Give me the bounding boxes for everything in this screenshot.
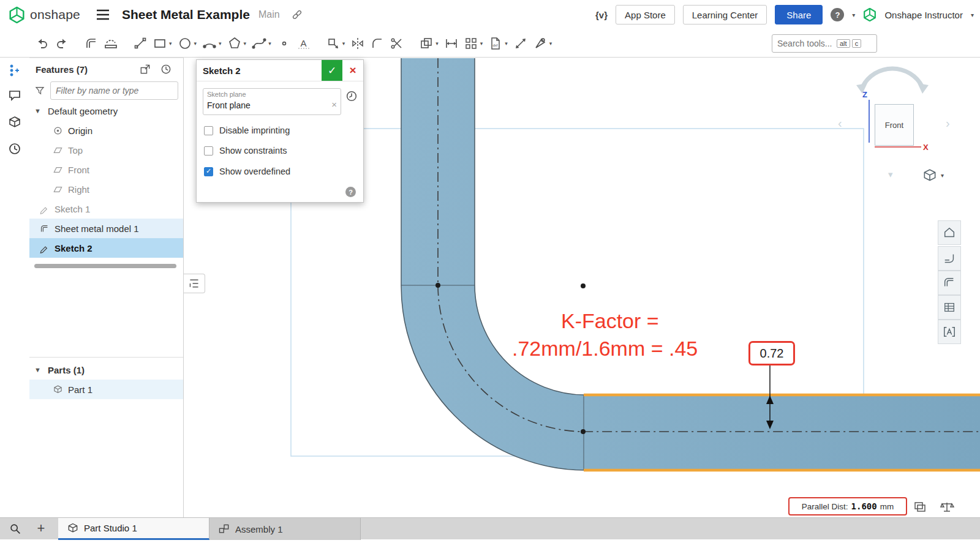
sheet-metal-annotation-icon[interactable] bbox=[938, 320, 961, 344]
new-tab-button[interactable]: + bbox=[32, 519, 50, 538]
balance-icon[interactable] bbox=[940, 500, 954, 514]
tree-group-default-geometry[interactable]: ▼ Default geometry bbox=[29, 101, 183, 121]
featurescript-icon[interactable]: {v} bbox=[595, 10, 608, 20]
account-caret-icon[interactable]: ▾ bbox=[971, 12, 974, 18]
undo-icon[interactable] bbox=[34, 36, 50, 51]
dimension-value-box[interactable]: 0.72 bbox=[748, 341, 795, 365]
arc-tool-icon[interactable] bbox=[202, 36, 217, 51]
share-link-icon[interactable] bbox=[291, 9, 303, 21]
tree-item-sketch-2[interactable]: Sketch 2 bbox=[29, 238, 183, 258]
transform-copy-icon[interactable] bbox=[418, 36, 434, 51]
dialog-cancel-button[interactable]: × bbox=[342, 60, 363, 81]
workspace-name[interactable]: Main bbox=[258, 9, 280, 20]
viewcube-front-face[interactable]: Front bbox=[875, 104, 914, 146]
share-button[interactable]: Share bbox=[775, 5, 823, 24]
tab-part-studio-1[interactable]: Part Studio 1 bbox=[58, 518, 209, 540]
redo-icon[interactable] bbox=[54, 36, 70, 51]
tree-item-sheet-metal-model-1[interactable]: Sheet metal model 1 bbox=[29, 219, 183, 238]
view-options-cube-icon[interactable] bbox=[922, 168, 938, 184]
learning-center-button[interactable]: Learning Center bbox=[683, 5, 767, 24]
insert-feature-icon[interactable] bbox=[139, 63, 151, 75]
text-tool-icon[interactable]: A bbox=[296, 36, 312, 51]
transform-caret-icon[interactable]: ▾ bbox=[435, 40, 439, 47]
app-store-button[interactable]: App Store bbox=[616, 5, 675, 24]
tree-item-top-plane[interactable]: Top bbox=[29, 140, 183, 160]
checkbox-disable-imprinting[interactable]: Disable imprinting bbox=[204, 124, 290, 137]
flatten-icon[interactable] bbox=[103, 36, 119, 51]
point-tool-icon[interactable] bbox=[276, 36, 292, 51]
circle-tool-icon[interactable] bbox=[177, 36, 193, 51]
pattern-caret-icon[interactable]: ▾ bbox=[480, 40, 483, 47]
dialog-rollback-icon[interactable] bbox=[345, 89, 358, 103]
polygon-tool-icon[interactable] bbox=[227, 36, 243, 51]
spline-tool-caret-icon[interactable]: ▾ bbox=[268, 40, 271, 47]
chevron-down-icon[interactable]: ▼ bbox=[34, 107, 43, 114]
comments-icon[interactable] bbox=[7, 88, 22, 103]
tree-group-parts[interactable]: ▼ Parts (1) bbox=[29, 360, 183, 380]
viewcube-rotate-down-icon[interactable]: ▾ bbox=[888, 169, 893, 180]
sketch-point[interactable] bbox=[581, 429, 586, 434]
filter-input[interactable] bbox=[50, 81, 178, 100]
checkbox-show-overdefined[interactable]: Show overdefined bbox=[204, 165, 290, 178]
hamburger-menu-icon[interactable] bbox=[96, 9, 110, 20]
horizontal-scrollbar[interactable] bbox=[34, 264, 176, 268]
checkbox-checked[interactable] bbox=[204, 167, 213, 176]
sketch-plane-field[interactable]: Sketch plane Front plane × bbox=[203, 88, 341, 115]
sheet-metal-model-icon[interactable] bbox=[83, 36, 99, 51]
circle-tool-caret-icon[interactable]: ▾ bbox=[194, 40, 197, 47]
spline-tool-icon[interactable] bbox=[251, 36, 267, 51]
checkbox-unchecked[interactable] bbox=[204, 126, 213, 135]
trim-tool-icon[interactable] bbox=[389, 36, 405, 51]
checkbox-unchecked[interactable] bbox=[204, 146, 213, 156]
use-project-tool-icon[interactable] bbox=[325, 36, 341, 51]
follow-mode-icon[interactable] bbox=[7, 63, 22, 78]
rectangle-tool-icon[interactable] bbox=[152, 36, 168, 51]
search-tools-input[interactable] bbox=[776, 38, 835, 49]
onshape-logo-icon[interactable] bbox=[9, 7, 25, 23]
rectangle-tool-caret-icon[interactable]: ▾ bbox=[169, 40, 172, 47]
measure-tool-icon[interactable] bbox=[513, 36, 529, 51]
chevron-down-icon[interactable]: ▼ bbox=[34, 366, 43, 373]
account-name[interactable]: Onshape Instructor bbox=[884, 10, 963, 20]
sheet-metal-flat-view-icon[interactable] bbox=[938, 246, 961, 271]
use-project-caret-icon[interactable]: ▾ bbox=[342, 40, 345, 47]
sheet-metal-table-icon[interactable] bbox=[938, 295, 961, 320]
tree-item-part-1[interactable]: Part 1 bbox=[29, 380, 183, 399]
onshape-logo-text[interactable]: onshape bbox=[30, 7, 80, 22]
history-icon[interactable] bbox=[7, 141, 22, 156]
dxf-caret-icon[interactable]: ▾ bbox=[505, 40, 508, 47]
help-icon[interactable]: ? bbox=[831, 8, 844, 21]
rollback-history-icon[interactable] bbox=[160, 63, 172, 75]
help-caret-icon[interactable]: ▾ bbox=[852, 12, 855, 18]
clear-selection-icon[interactable]: × bbox=[331, 99, 337, 110]
bend-center-point[interactable] bbox=[581, 283, 586, 288]
viewcube-rotate-left-icon[interactable]: ‹ bbox=[838, 116, 842, 130]
fillet-tool-icon[interactable] bbox=[369, 36, 385, 51]
viewcube-rotate-right-icon[interactable]: › bbox=[946, 116, 950, 130]
tree-item-front-plane[interactable]: Front bbox=[29, 160, 183, 179]
search-tabs-icon[interactable] bbox=[9, 522, 22, 536]
dialog-help-icon[interactable]: ? bbox=[345, 187, 356, 197]
tree-item-sketch-1[interactable]: Sketch 1 bbox=[29, 199, 183, 219]
tree-item-right-plane[interactable]: Right bbox=[29, 179, 183, 199]
search-tools-box[interactable]: alt c bbox=[772, 34, 877, 53]
appearance-panel-icon[interactable] bbox=[938, 220, 961, 245]
mirror-tool-icon[interactable] bbox=[350, 36, 366, 51]
checkbox-show-constraints[interactable]: Show constraints bbox=[204, 144, 287, 157]
cone-tool-icon[interactable] bbox=[532, 36, 548, 51]
panel-collapse-toggle[interactable] bbox=[184, 274, 205, 293]
sheets-icon[interactable] bbox=[913, 500, 927, 514]
tree-item-origin[interactable]: Origin bbox=[29, 121, 183, 140]
tab-assembly-1[interactable]: Assembly 1 bbox=[209, 518, 361, 540]
sheet-metal-bent-view-icon[interactable] bbox=[938, 271, 961, 295]
arc-tool-caret-icon[interactable]: ▾ bbox=[219, 40, 222, 47]
dialog-accept-button[interactable]: ✓ bbox=[322, 60, 342, 81]
polygon-tool-caret-icon[interactable]: ▾ bbox=[244, 40, 247, 47]
pattern-tool-icon[interactable] bbox=[463, 36, 479, 51]
cone-tool-caret-icon[interactable]: ▾ bbox=[549, 40, 552, 47]
line-tool-icon[interactable] bbox=[132, 36, 148, 51]
dxf-export-icon[interactable]: dxf bbox=[488, 36, 503, 51]
help-cube-icon[interactable]: ? bbox=[7, 115, 22, 130]
dimension-tool-icon[interactable] bbox=[443, 36, 459, 51]
view-options-caret-icon[interactable]: ▾ bbox=[941, 172, 944, 179]
